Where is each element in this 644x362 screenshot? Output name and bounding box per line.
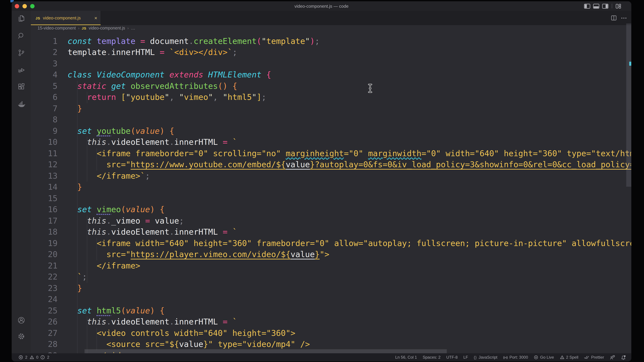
line-number: 4: [31, 69, 68, 81]
indent-guide: [87, 215, 88, 283]
code-line-19[interactable]: 19 <iframe width="640" height="360" fram…: [31, 238, 631, 249]
status-item-lf[interactable]: LF: [464, 355, 468, 360]
split-editor-icon[interactable]: [611, 15, 616, 20]
code-line-1[interactable]: 1const template = document.createElement…: [31, 36, 631, 47]
code-line-6[interactable]: 6 return ["youtube", "vimeo", "html5"];: [31, 92, 631, 103]
line-number: 8: [31, 114, 68, 125]
code-line-10[interactable]: 10 this.videoElement.innerHTML = `: [31, 137, 631, 148]
code-line-22[interactable]: 22 `;: [31, 272, 631, 283]
line-number: 27: [31, 328, 68, 339]
activity-bar-bottom: [12, 316, 31, 341]
activity-bar: [12, 11, 31, 353]
code-line-23[interactable]: 23 }: [31, 283, 631, 294]
breadcrumb-separator: ›: [128, 26, 129, 30]
code-text: src="https://player.vimeo.com/video/${va…: [68, 249, 330, 260]
code-text: set youtube(value) {: [68, 125, 174, 137]
line-number: 26: [31, 317, 68, 328]
editor-group: JS video-component.js × 15-video-compone…: [31, 11, 631, 353]
status-item-utf-8[interactable]: UTF-8: [446, 355, 458, 360]
account-icon[interactable]: [17, 316, 26, 325]
settings-icon[interactable]: [17, 332, 26, 341]
line-number: 17: [31, 215, 68, 227]
code-line-20[interactable]: 20 src="https://player.vimeo.com/video/$…: [31, 249, 631, 260]
run-debug-icon[interactable]: [17, 65, 26, 74]
customize-layout-icon[interactable]: [616, 3, 621, 8]
tab-close-icon[interactable]: ×: [94, 15, 97, 20]
vscode-window: video-component.js — code JS video-compo…: [12, 1, 631, 361]
code-line-8[interactable]: 8: [31, 114, 631, 125]
status-item-ln-56-col-1[interactable]: Ln 56, Col 1: [395, 355, 417, 360]
status-item-prettier[interactable]: Prettier: [584, 355, 604, 360]
code-line-16[interactable]: 16 set vimeo(value) {: [31, 204, 631, 215]
status-item-label: Spaces: 2: [422, 355, 440, 360]
explorer-icon[interactable]: [17, 14, 26, 23]
close-window-button[interactable]: [15, 4, 19, 8]
status-item-label: Prettier: [591, 355, 604, 360]
status-item-spaces-2[interactable]: Spaces: 2: [422, 355, 440, 360]
line-number: 11: [31, 148, 68, 159]
code-line-28[interactable]: 28 <source src="${value}" type="video/mp…: [31, 339, 631, 350]
minimize-window-button[interactable]: [22, 4, 27, 8]
code-line-24[interactable]: 24: [31, 294, 631, 305]
code-line-25[interactable]: 25 set html5(value) {: [31, 305, 631, 317]
code-line-27[interactable]: 27 <video controls width="640" height="3…: [31, 328, 631, 339]
code-line-13[interactable]: 13 </iframe>`;: [31, 170, 631, 182]
line-number: 29: [31, 350, 68, 353]
code-line-11[interactable]: 11 <iframe frameborder="0" scrolling="no…: [31, 148, 631, 159]
status-bar-right: Ln 56, Col 1Spaces: 2UTF-8LF{}JavaScript…: [395, 355, 626, 360]
status-item-go-live[interactable]: Go Live: [534, 355, 554, 360]
code-line-21[interactable]: 21 </iframe>: [31, 260, 631, 272]
status-item-feedback[interactable]: [610, 355, 615, 360]
source-control-icon[interactable]: [17, 48, 26, 57]
line-number: 6: [31, 92, 68, 103]
problems-summary[interactable]: 2 0 2: [18, 355, 49, 360]
error-count: 2: [25, 355, 27, 360]
line-number: 18: [31, 227, 68, 238]
breadcrumb-folder[interactable]: 15-video-component: [38, 26, 76, 30]
code-line-2[interactable]: 2template.innerHTML = `<div></div>`;: [31, 47, 631, 58]
code-line-15[interactable]: 15: [31, 193, 631, 204]
code-line-26[interactable]: 26 this.videoElement.innerHTML = `: [31, 317, 631, 328]
tab-video-component[interactable]: JS video-component.js ×: [31, 11, 101, 25]
code-line-3[interactable]: 3: [31, 58, 631, 69]
doublecheck-icon: [584, 355, 590, 359]
vertical-scrollbar[interactable]: [626, 23, 631, 187]
code-line-17[interactable]: 17 this._vimeo = value;: [31, 215, 631, 227]
code-line-14[interactable]: 14 }: [31, 182, 631, 193]
search-icon[interactable]: [17, 31, 26, 40]
indent-guide: [96, 238, 97, 260]
status-item-port-3000[interactable]: Port: 3000: [503, 355, 528, 360]
code-editor[interactable]: 1const template = document.createElement…: [31, 31, 631, 353]
code-line-4[interactable]: 4class VideoComponent extends HTMLElemen…: [31, 69, 631, 81]
toggle-secondary-sidebar-icon[interactable]: [602, 3, 608, 8]
code-line-5[interactable]: 5 static get observedAttributes() {: [31, 81, 631, 92]
line-number: 20: [31, 249, 68, 260]
line-number: 12: [31, 159, 68, 170]
indent-guide: [87, 92, 88, 103]
status-item-label: Go Live: [540, 355, 554, 360]
zoom-window-button[interactable]: [30, 4, 34, 8]
code-line-12[interactable]: 12 src="https://www.youtube.com/embed/${…: [31, 159, 631, 170]
extensions-icon[interactable]: [17, 82, 26, 91]
code-line-9[interactable]: 9 set youtube(value) {: [31, 125, 631, 137]
toggle-primary-sidebar-icon[interactable]: [584, 3, 590, 8]
line-number: 13: [31, 170, 68, 182]
status-item-bell-dot[interactable]: [621, 355, 626, 360]
line-number: 21: [31, 260, 68, 272]
horizontal-scrollbar[interactable]: [84, 349, 447, 353]
breadcrumb-symbol-more[interactable]: …: [131, 26, 135, 30]
activity-bar-top: [12, 14, 31, 108]
status-item-2-spell[interactable]: 2 Spell: [560, 355, 578, 360]
breadcrumb-file[interactable]: video-component.js: [89, 26, 125, 30]
info-count: 2: [47, 355, 49, 360]
toggle-panel-icon[interactable]: [593, 3, 600, 8]
more-actions-icon[interactable]: [621, 17, 626, 18]
status-item-label: UTF-8: [446, 355, 458, 360]
code-line-18[interactable]: 18 this.videoElement.innerHTML = `: [31, 227, 631, 238]
status-item-javascript[interactable]: {}JavaScript: [474, 355, 498, 360]
code-text: set vimeo(value) {: [68, 204, 164, 215]
golive-icon: [534, 355, 538, 360]
code-line-7[interactable]: 7 }: [31, 103, 631, 114]
js-file-icon: JS: [82, 26, 86, 30]
docker-icon[interactable]: [17, 99, 26, 108]
